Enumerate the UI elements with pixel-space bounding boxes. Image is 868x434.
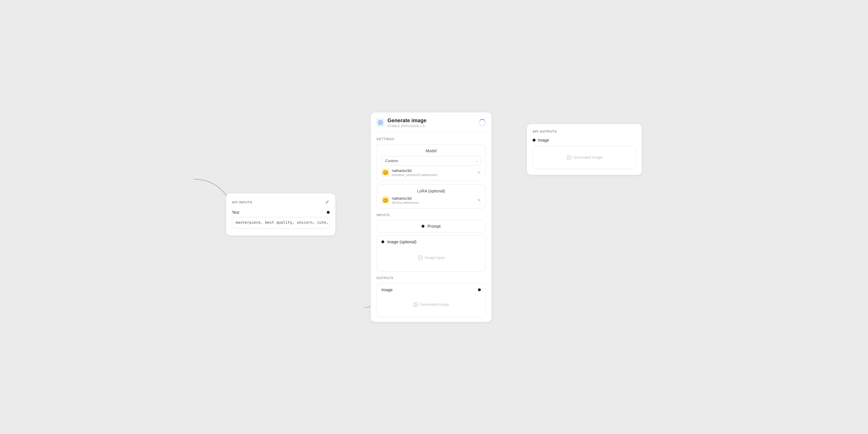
canvas: API INPUTS ✓ Text masterpiece, best qual…	[0, 0, 868, 434]
prompt-label: Prompt	[427, 224, 440, 229]
api-outputs-label: API OUTPUTS	[533, 130, 557, 133]
node-header: Generate image STABLE DIFFUSION 1.5:	[371, 112, 492, 133]
output-card: Image Generated image	[376, 283, 486, 317]
svg-point-1	[380, 122, 380, 122]
api-output-generated-text: Generated image	[574, 155, 602, 160]
image-optional-card: Image (optional) Image input	[376, 235, 486, 272]
lora-edit-icon[interactable]: ✎	[477, 198, 481, 203]
node-icon	[376, 119, 384, 127]
nodes-container: API INPUTS ✓ Text masterpiece, best qual…	[226, 112, 642, 322]
lora-title: LoRA (optional)	[381, 189, 481, 193]
model-name: nathanlu/3d	[392, 168, 437, 173]
model-edit-icon[interactable]: ✎	[477, 170, 481, 175]
text-field-container: Text masterpiece, best quality, unicorn,…	[232, 210, 330, 230]
api-outputs-card: API OUTPUTS Image Generated image	[527, 124, 642, 175]
loading-spinner	[479, 119, 486, 126]
generate-image-node: Generate image STABLE DIFFUSION 1.5: SET…	[370, 112, 492, 322]
image-input-text: Image input	[425, 256, 444, 260]
lora-item-left: 😊 nathanlu/3d 3d-lora.safetensors	[381, 196, 419, 204]
check-icon: ✓	[325, 199, 330, 205]
output-image-field: Image Generated image	[533, 138, 636, 169]
model-card: Model Custom ⌄ 😊 nathanlu/3d	[376, 144, 486, 181]
settings-label: SETTINGS	[376, 137, 486, 141]
image-optional-header: Image (optional)	[381, 239, 481, 244]
prompt-row[interactable]: Prompt	[376, 220, 486, 232]
svg-point-7	[568, 156, 568, 157]
node-title-group: Generate image STABLE DIFFUSION 1.5:	[376, 118, 427, 128]
prompt-dot	[422, 225, 425, 228]
svg-point-5	[415, 303, 415, 304]
image-optional-dot	[381, 240, 384, 243]
settings-section: SETTINGS Model Custom ⌄ 😊	[376, 137, 486, 209]
api-inputs-label: API INPUTS	[232, 201, 252, 204]
output-image-dot	[478, 288, 481, 291]
output-image-label-row: Image	[533, 138, 636, 142]
outputs-section: OUTPUTS Image Generated image	[376, 276, 486, 317]
lora-card: LoRA (optional) 😊 nathanlu/3d 3d-lora.sa…	[376, 185, 486, 209]
model-title: Model	[381, 148, 481, 153]
api-inputs-card: API INPUTS ✓ Text masterpiece, best qual…	[226, 193, 336, 236]
inputs-section: INPUTS Prompt Image (optional)	[376, 213, 486, 272]
node-title: Generate image	[388, 118, 427, 124]
api-inputs-header: API INPUTS ✓	[232, 199, 330, 205]
outputs-label: OUTPUTS	[376, 276, 486, 280]
output-card-header: Image	[381, 288, 481, 292]
text-input[interactable]: masterpiece, best quality, unicorn, cute…	[232, 217, 330, 229]
image-input-placeholder: Image input	[381, 248, 481, 267]
node-title-text: Generate image STABLE DIFFUSION 1.5:	[388, 118, 427, 128]
text-field-dot	[327, 211, 330, 214]
svg-point-3	[419, 257, 420, 257]
model-file: toonAme_version10.safetensors	[392, 173, 437, 176]
lora-info: nathanlu/3d 3d-lora.safetensors	[392, 196, 419, 204]
image-optional-label: Image (optional)	[387, 239, 416, 244]
output-dot	[533, 139, 535, 142]
model-select-wrapper[interactable]: Custom ⌄	[381, 156, 481, 166]
model-info: nathanlu/3d toonAme_version10.safetensor…	[392, 168, 437, 176]
text-field-label: Text	[232, 210, 330, 215]
inputs-label: INPUTS	[376, 213, 486, 217]
output-image-text: Generated image	[420, 302, 449, 307]
output-image-placeholder: Generated image	[381, 296, 481, 313]
lora-name: nathanlu/3d	[392, 196, 419, 201]
output-image-label-text: Image	[538, 138, 549, 142]
api-outputs-header: API OUTPUTS	[533, 130, 636, 133]
node-body: SETTINGS Model Custom ⌄ 😊	[371, 133, 492, 322]
api-output-image-placeholder: Generated image	[533, 146, 636, 169]
lora-emoji: 😊	[381, 196, 390, 204]
model-item-left: 😊 nathanlu/3d toonAme_version10.safetens…	[381, 168, 437, 176]
lora-item: 😊 nathanlu/3d 3d-lora.safetensors ✎	[381, 196, 481, 204]
lora-file: 3d-lora.safetensors	[392, 201, 419, 204]
output-image-title: Image	[381, 288, 393, 292]
model-emoji: 😊	[381, 168, 390, 176]
model-select[interactable]: Custom	[381, 156, 481, 166]
model-item: 😊 nathanlu/3d toonAme_version10.safetens…	[381, 168, 481, 176]
node-subtitle: STABLE DIFFUSION 1.5:	[388, 124, 427, 128]
